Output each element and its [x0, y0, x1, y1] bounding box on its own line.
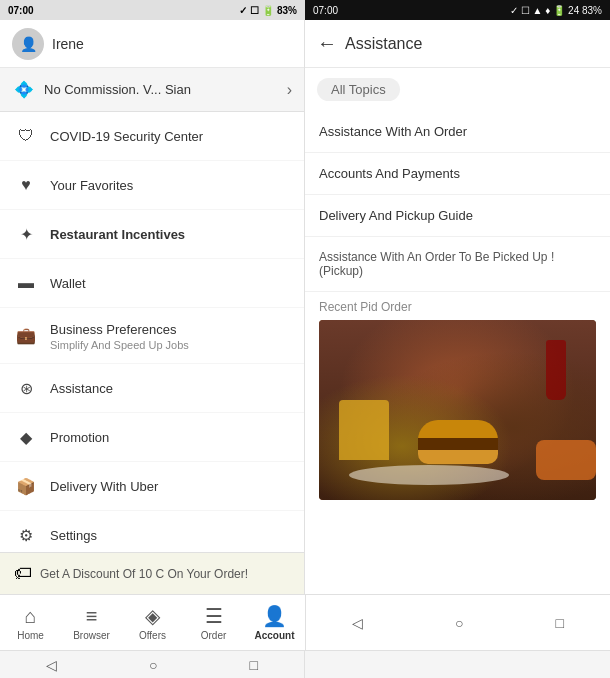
shield-icon: 🛡 [14, 124, 38, 148]
menu-label-business: Business Preferences [50, 322, 176, 337]
discount-banner[interactable]: 🏷 Get A Discount Of 10 C On Your Order! [0, 552, 304, 594]
nav-offers[interactable]: ◈ Offers [122, 595, 183, 650]
menu-item-wallet[interactable]: ▬ Wallet [0, 259, 304, 308]
avatar: 👤 [12, 28, 44, 60]
delivery-icon: 📦 [14, 474, 38, 498]
menu-sublabel-business: Simplify And Speed Up Jobs [50, 339, 189, 351]
nav-order[interactable]: ☰ Order [183, 595, 244, 650]
menu-item-promotion[interactable]: ◆ Promotion [0, 413, 304, 462]
menu-label-assistance: Assistance [50, 381, 113, 396]
menu-label-incentives: Restaurant Incentives [50, 227, 185, 242]
left-square-btn[interactable]: □ [250, 657, 258, 673]
patty [418, 438, 498, 450]
fries-shape [339, 400, 389, 460]
right-menu-item-accounts[interactable]: Accounts And Payments [305, 153, 610, 195]
menu-label-delivery: Delivery With Uber [50, 479, 158, 494]
briefcase-icon: 💼 [14, 324, 38, 348]
right-status-bar: 07:00 ✓ ☐ ▲ ♦ 🔋 24 83% [305, 0, 610, 20]
drink-shape [546, 340, 566, 400]
menu-item-favorites[interactable]: ♥ Your Favorites [0, 161, 304, 210]
right-title: Assistance [345, 35, 422, 53]
right-home-btn[interactable]: ○ [455, 615, 463, 631]
bun-top [418, 420, 498, 440]
left-menu: 🛡 COVID-19 Security Center ♥ Your Favori… [0, 112, 304, 552]
browser-icon: ≡ [86, 605, 98, 628]
assistance-icon: ⊛ [14, 376, 38, 400]
right-system-nav-bottom [305, 651, 610, 678]
left-time: 07:00 [8, 5, 34, 16]
menu-item-covid[interactable]: 🛡 COVID-19 Security Center [0, 112, 304, 161]
menu-label-favorites: Your Favorites [50, 178, 133, 193]
menu-label-promotion: Promotion [50, 430, 109, 445]
hand-shape [536, 440, 596, 480]
left-panel: 👤 Irene 💠 No Commission. V... Sian › 🛡 C… [0, 20, 305, 594]
left-back-btn[interactable]: ◁ [46, 657, 57, 673]
right-status-icons: ✓ ☐ ▲ ♦ 🔋 24 83% [510, 5, 602, 16]
food-scene [319, 320, 596, 500]
left-status-bar: 07:00 ✓ ☐ 🔋 83% [0, 0, 305, 20]
menu-label-settings: Settings [50, 528, 97, 543]
right-back-btn[interactable]: ◁ [352, 615, 363, 631]
right-menu-item-delivery-guide[interactable]: Delivery And Pickup Guide [305, 195, 610, 237]
left-bottom-nav: ⌂ Home ≡ Browser ◈ Offers ☰ Order 👤 Acco… [0, 594, 305, 650]
right-square-btn[interactable]: □ [556, 615, 564, 631]
commission-banner[interactable]: 💠 No Commission. V... Sian › [0, 68, 304, 112]
menu-item-delivery[interactable]: 📦 Delivery With Uber [0, 462, 304, 511]
wallet-icon: ▬ [14, 271, 38, 295]
menu-item-business[interactable]: 💼 Business Preferences Simplify And Spee… [0, 308, 304, 364]
back-button[interactable]: ← [317, 32, 337, 55]
offers-icon: ◈ [145, 604, 160, 628]
nav-browser[interactable]: ≡ Browser [61, 595, 122, 650]
discount-icon: 🏷 [14, 563, 32, 584]
menu-item-assistance[interactable]: ⊛ Assistance [0, 364, 304, 413]
bun-bottom [418, 450, 498, 464]
left-header: 👤 Irene [0, 20, 304, 68]
user-name: Irene [52, 36, 84, 52]
left-status-icons: ✓ ☐ 🔋 83% [239, 5, 297, 16]
heart-icon: ♥ [14, 173, 38, 197]
account-icon: 👤 [262, 604, 287, 628]
settings-icon: ⚙ [14, 523, 38, 547]
right-menu-item-order-assist[interactable]: Assistance With An Order [305, 111, 610, 153]
menu-label-covid: COVID-19 Security Center [50, 129, 203, 144]
nav-home[interactable]: ⌂ Home [0, 595, 61, 650]
right-menu: Assistance With An Order Accounts And Pa… [305, 111, 610, 292]
right-header: ← Assistance [305, 20, 610, 68]
left-home-btn[interactable]: ○ [149, 657, 157, 673]
home-icon: ⌂ [24, 605, 36, 628]
star-icon: ✦ [14, 222, 38, 246]
nav-account[interactable]: 👤 Account [244, 595, 305, 650]
promotion-icon: ◆ [14, 425, 38, 449]
menu-label-wallet: Wallet [50, 276, 86, 291]
diamond-icon: 💠 [12, 78, 36, 102]
right-bottom-nav: ◁ ○ □ [305, 594, 610, 650]
right-panel: ← Assistance All Topics Assistance With … [305, 20, 610, 594]
menu-item-incentives[interactable]: ✦ Restaurant Incentives [0, 210, 304, 259]
recent-section: Recent Pid Order [305, 292, 610, 504]
all-topics-chip[interactable]: All Topics [317, 78, 400, 101]
right-menu-item-pickup-assist[interactable]: Assistance With An Order To Be Picked Up… [305, 237, 610, 292]
menu-item-settings[interactable]: ⚙ Settings [0, 511, 304, 552]
food-image [319, 320, 596, 500]
burger-shape [418, 420, 498, 470]
right-time: 07:00 [313, 5, 338, 16]
commission-arrow: › [287, 81, 292, 99]
recent-label: Recent Pid Order [319, 300, 596, 314]
commission-text: No Commission. V... Sian [44, 82, 287, 97]
left-system-nav: ◁ ○ □ [0, 651, 305, 678]
discount-text: Get A Discount Of 10 C On Your Order! [40, 567, 248, 581]
order-icon: ☰ [205, 604, 223, 628]
